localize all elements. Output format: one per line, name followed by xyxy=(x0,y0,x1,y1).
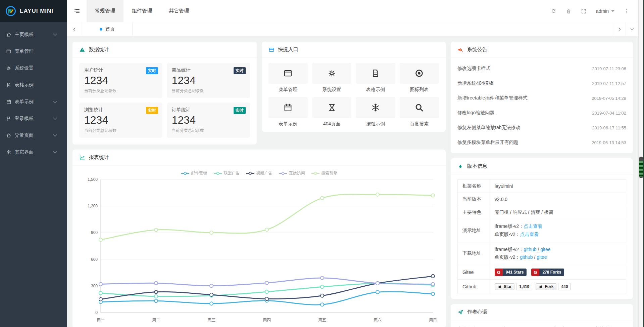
sidebar-item-label: 系统设置 xyxy=(15,65,34,71)
sidebar-item-6[interactable]: 登录模板 xyxy=(0,110,67,127)
svg-text:1,200: 1,200 xyxy=(88,204,98,208)
clear-cache-button[interactable] xyxy=(566,8,572,14)
link-点击查看[interactable]: 点击查看 xyxy=(524,223,542,229)
notice-row-6: 修复多模块菜单栏展开有问题2019-06-13 14:53 xyxy=(457,135,626,150)
tabbar: 首页 xyxy=(67,22,638,36)
fire-icon xyxy=(457,163,463,169)
tab-home[interactable]: 首页 xyxy=(82,22,133,36)
fullscreen-button[interactable] xyxy=(581,8,587,14)
user-menu[interactable]: admin xyxy=(596,8,614,14)
quick-entry-8[interactable]: 百度搜索 xyxy=(400,97,439,127)
svg-text:900: 900 xyxy=(91,230,98,235)
link-gitee[interactable]: gitee xyxy=(540,247,550,252)
quick-entry-1[interactable]: 菜单管理 xyxy=(268,63,308,93)
sidebar-item-label: 表单示例 xyxy=(15,99,34,105)
legend-marker-icon xyxy=(311,172,320,175)
notice-row-2: 新增系统404模板2019-07-11 12:57 xyxy=(457,76,626,91)
quick-entry-label: 百度搜索 xyxy=(400,121,439,127)
svg-text:周三: 周三 xyxy=(207,318,215,322)
sidebar-item-4[interactable]: 表格示例 xyxy=(0,77,67,93)
quick-entry-card: 快捷入口 菜单管理系统设置表格示例图标列表表单示例404页面按钮示例百度搜索 xyxy=(262,42,446,132)
quick-entry-label: 表单示例 xyxy=(268,121,308,127)
active-tab-dot xyxy=(100,28,102,31)
sidebar-item-8[interactable]: 其它界面 xyxy=(0,144,67,161)
tab-home-label: 首页 xyxy=(105,26,115,32)
notice-row-4: 修改logo缩放问题2019-07-04 11:02 xyxy=(457,106,626,120)
sidebar-item-3[interactable]: 系统设置 xyxy=(0,60,67,77)
quick-entry-3[interactable]: 表格示例 xyxy=(356,63,395,93)
topbar: 常规管理组件管理其它管理 admin xyxy=(67,0,638,22)
chevron-down-icon xyxy=(52,116,58,121)
legend-item-3[interactable]: 视频广告 xyxy=(246,170,273,176)
author-card-title: 作者心语 xyxy=(467,309,487,315)
more-menu-button[interactable] xyxy=(624,8,630,14)
quick-entry-2[interactable]: 系统设置 xyxy=(312,63,351,93)
version-label: 演示地址 xyxy=(458,219,490,242)
stat-realtime-badge: 实时 xyxy=(234,67,246,74)
tabs-scroll-left-button[interactable] xyxy=(67,22,82,36)
legend-item-5[interactable]: 搜索引擎 xyxy=(311,170,338,176)
sidebar-item-1[interactable]: 主页模板 xyxy=(0,26,67,43)
github-fork-count[interactable]: 440 xyxy=(558,283,571,290)
topnav-item-1[interactable]: 常规管理 xyxy=(87,0,123,22)
collapse-sidebar-button[interactable] xyxy=(67,0,87,22)
chartline-icon xyxy=(79,155,85,161)
flag-icon xyxy=(6,116,11,121)
stat-subtitle: 当前分类总记录数 xyxy=(172,128,245,133)
quick-entry-4[interactable]: 图标列表 xyxy=(400,63,439,93)
stat-value: 1234 xyxy=(172,74,245,87)
legend-item-2[interactable]: 联盟广告 xyxy=(213,170,240,176)
version-value: 零门槛 / 响应式 / 清爽 / 极简 xyxy=(495,209,553,215)
app-logo[interactable]: LAYUI MINI xyxy=(0,0,67,22)
legend-item-4[interactable]: 直接访问 xyxy=(279,170,305,176)
caret-down-icon xyxy=(611,10,614,12)
tabs-scroll-right-button[interactable] xyxy=(613,22,626,36)
bankcard-icon xyxy=(268,47,275,53)
github-fork-button[interactable]: Fork xyxy=(536,283,556,290)
link-github[interactable]: github xyxy=(520,254,533,260)
version-row-1: 框架名称layuimini xyxy=(458,180,626,193)
page-scrollbar[interactable] xyxy=(638,0,644,327)
sidebar-item-5[interactable]: 表单示例 xyxy=(0,93,67,110)
scrollbar-thumb[interactable] xyxy=(639,157,643,178)
link-点击查看[interactable]: 点击查看 xyxy=(520,232,539,237)
chart-card-title: 报表统计 xyxy=(89,154,109,161)
quick-entry-5[interactable]: 表单示例 xyxy=(268,97,308,127)
topnav-item-3[interactable]: 其它管理 xyxy=(160,0,197,22)
legend-marker-icon xyxy=(213,172,222,175)
link-gitee[interactable]: gitee xyxy=(537,254,547,260)
quick-entry-7[interactable]: 按钮示例 xyxy=(356,97,395,127)
megaphone-icon xyxy=(457,47,463,53)
username: admin xyxy=(596,8,609,14)
home-icon xyxy=(6,133,11,138)
chevron-down-icon xyxy=(52,32,58,37)
notice-title: 修改logo缩放问题 xyxy=(457,110,494,116)
sidebar-item-label: 其它界面 xyxy=(15,149,34,155)
topnav-item-2[interactable]: 组件管理 xyxy=(123,0,160,22)
gitee-badge[interactable]: G278 Forks xyxy=(531,269,564,276)
sidebar-item-2[interactable]: 菜单管理 xyxy=(0,43,67,60)
version-row-3: 主要特色零门槛 / 响应式 / 清爽 / 极简 xyxy=(458,206,626,219)
gitee-badge[interactable]: G941 Stars xyxy=(495,269,527,276)
notice-title: 修改选项卡样式 xyxy=(457,66,490,72)
stat-box-1: 用户统计实时1234当前分类总记录数 xyxy=(79,63,162,98)
card-icon xyxy=(268,46,275,53)
github-star-button[interactable]: Star xyxy=(495,283,514,290)
legend-label: 直接访问 xyxy=(289,170,305,176)
chevron-down-icon xyxy=(52,99,58,105)
paper-plane-icon xyxy=(457,309,463,315)
quick-entry-6[interactable]: 404页面 xyxy=(312,97,351,127)
hourglass-icon xyxy=(327,103,337,112)
svg-text:1,500: 1,500 xyxy=(88,177,98,182)
refresh-button[interactable] xyxy=(551,8,556,14)
megaphone-icon xyxy=(457,46,463,53)
stat-subtitle: 当前分类总记录数 xyxy=(172,88,245,94)
link-github[interactable]: github xyxy=(524,247,536,252)
line-chart-icon xyxy=(79,154,85,161)
legend-item-1[interactable]: 邮件营销 xyxy=(181,170,207,176)
tabs-menu-button[interactable] xyxy=(626,22,638,36)
sidebar-item-7[interactable]: 异常页面 xyxy=(0,127,67,144)
chevron-down-icon xyxy=(52,133,58,138)
chevleft-icon xyxy=(72,27,77,32)
github-star-count[interactable]: 1,419 xyxy=(516,283,532,290)
